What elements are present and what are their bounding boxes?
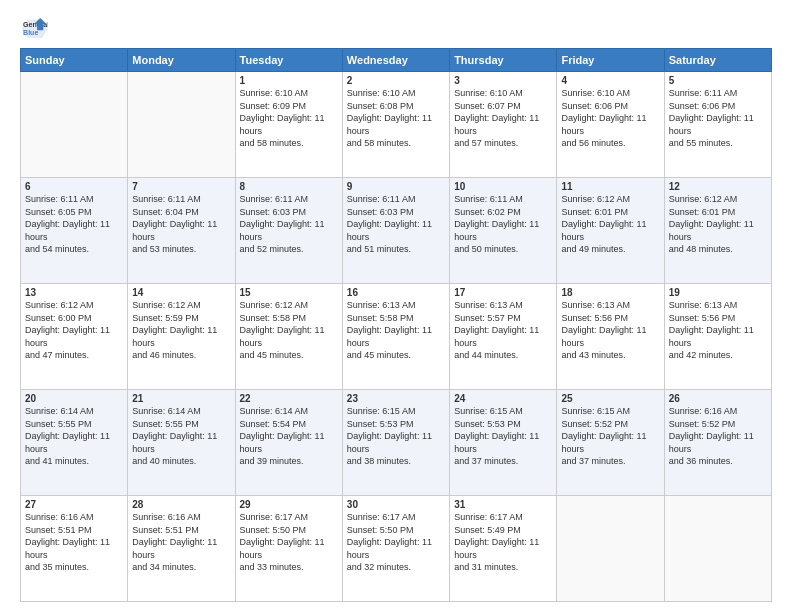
day-number: 31 (454, 499, 552, 510)
day-number: 26 (669, 393, 767, 404)
day-info: Sunrise: 6:10 AMSunset: 6:09 PMDaylight:… (240, 87, 338, 150)
calendar-day-cell: 16Sunrise: 6:13 AMSunset: 5:58 PMDayligh… (342, 284, 449, 390)
day-number: 1 (240, 75, 338, 86)
day-number: 2 (347, 75, 445, 86)
calendar-day-cell: 5Sunrise: 6:11 AMSunset: 6:06 PMDaylight… (664, 72, 771, 178)
calendar-day-cell (557, 496, 664, 602)
calendar-day-cell: 24Sunrise: 6:15 AMSunset: 5:53 PMDayligh… (450, 390, 557, 496)
calendar-day-cell: 20Sunrise: 6:14 AMSunset: 5:55 PMDayligh… (21, 390, 128, 496)
day-info: Sunrise: 6:12 AMSunset: 6:01 PMDaylight:… (561, 193, 659, 256)
day-number: 27 (25, 499, 123, 510)
day-info: Sunrise: 6:16 AMSunset: 5:51 PMDaylight:… (25, 511, 123, 574)
day-info: Sunrise: 6:13 AMSunset: 5:57 PMDaylight:… (454, 299, 552, 362)
calendar-day-cell: 4Sunrise: 6:10 AMSunset: 6:06 PMDaylight… (557, 72, 664, 178)
day-number: 23 (347, 393, 445, 404)
logo: General Blue (20, 16, 52, 40)
calendar-day-cell: 7Sunrise: 6:11 AMSunset: 6:04 PMDaylight… (128, 178, 235, 284)
day-number: 16 (347, 287, 445, 298)
calendar-day-cell: 3Sunrise: 6:10 AMSunset: 6:07 PMDaylight… (450, 72, 557, 178)
calendar-day-cell: 2Sunrise: 6:10 AMSunset: 6:08 PMDaylight… (342, 72, 449, 178)
page: General Blue SundayMondayTuesdayWednesda… (0, 0, 792, 612)
calendar-day-cell: 23Sunrise: 6:15 AMSunset: 5:53 PMDayligh… (342, 390, 449, 496)
day-info: Sunrise: 6:12 AMSunset: 6:01 PMDaylight:… (669, 193, 767, 256)
calendar-day-cell: 9Sunrise: 6:11 AMSunset: 6:03 PMDaylight… (342, 178, 449, 284)
day-number: 11 (561, 181, 659, 192)
day-info: Sunrise: 6:14 AMSunset: 5:55 PMDaylight:… (25, 405, 123, 468)
day-number: 9 (347, 181, 445, 192)
calendar-day-cell: 27Sunrise: 6:16 AMSunset: 5:51 PMDayligh… (21, 496, 128, 602)
day-info: Sunrise: 6:11 AMSunset: 6:02 PMDaylight:… (454, 193, 552, 256)
day-info: Sunrise: 6:17 AMSunset: 5:50 PMDaylight:… (347, 511, 445, 574)
column-header-tuesday: Tuesday (235, 49, 342, 72)
calendar-day-cell: 14Sunrise: 6:12 AMSunset: 5:59 PMDayligh… (128, 284, 235, 390)
calendar-day-cell: 17Sunrise: 6:13 AMSunset: 5:57 PMDayligh… (450, 284, 557, 390)
calendar-day-cell: 13Sunrise: 6:12 AMSunset: 6:00 PMDayligh… (21, 284, 128, 390)
day-info: Sunrise: 6:12 AMSunset: 5:58 PMDaylight:… (240, 299, 338, 362)
day-info: Sunrise: 6:10 AMSunset: 6:06 PMDaylight:… (561, 87, 659, 150)
calendar-day-cell: 22Sunrise: 6:14 AMSunset: 5:54 PMDayligh… (235, 390, 342, 496)
calendar-day-cell: 18Sunrise: 6:13 AMSunset: 5:56 PMDayligh… (557, 284, 664, 390)
column-header-friday: Friday (557, 49, 664, 72)
calendar-day-cell: 12Sunrise: 6:12 AMSunset: 6:01 PMDayligh… (664, 178, 771, 284)
day-info: Sunrise: 6:12 AMSunset: 5:59 PMDaylight:… (132, 299, 230, 362)
day-number: 21 (132, 393, 230, 404)
calendar-day-cell: 25Sunrise: 6:15 AMSunset: 5:52 PMDayligh… (557, 390, 664, 496)
day-number: 18 (561, 287, 659, 298)
day-info: Sunrise: 6:13 AMSunset: 5:58 PMDaylight:… (347, 299, 445, 362)
day-info: Sunrise: 6:17 AMSunset: 5:50 PMDaylight:… (240, 511, 338, 574)
calendar-day-cell (21, 72, 128, 178)
calendar-day-cell: 31Sunrise: 6:17 AMSunset: 5:49 PMDayligh… (450, 496, 557, 602)
day-number: 4 (561, 75, 659, 86)
day-number: 5 (669, 75, 767, 86)
day-number: 29 (240, 499, 338, 510)
column-header-wednesday: Wednesday (342, 49, 449, 72)
day-number: 24 (454, 393, 552, 404)
day-number: 28 (132, 499, 230, 510)
calendar-header-row: SundayMondayTuesdayWednesdayThursdayFrid… (21, 49, 772, 72)
day-info: Sunrise: 6:16 AMSunset: 5:51 PMDaylight:… (132, 511, 230, 574)
day-info: Sunrise: 6:17 AMSunset: 5:49 PMDaylight:… (454, 511, 552, 574)
day-number: 6 (25, 181, 123, 192)
column-header-saturday: Saturday (664, 49, 771, 72)
day-info: Sunrise: 6:13 AMSunset: 5:56 PMDaylight:… (669, 299, 767, 362)
calendar-day-cell: 28Sunrise: 6:16 AMSunset: 5:51 PMDayligh… (128, 496, 235, 602)
day-number: 14 (132, 287, 230, 298)
day-info: Sunrise: 6:15 AMSunset: 5:52 PMDaylight:… (561, 405, 659, 468)
calendar-week-row: 27Sunrise: 6:16 AMSunset: 5:51 PMDayligh… (21, 496, 772, 602)
day-number: 10 (454, 181, 552, 192)
day-info: Sunrise: 6:11 AMSunset: 6:06 PMDaylight:… (669, 87, 767, 150)
calendar-day-cell: 1Sunrise: 6:10 AMSunset: 6:09 PMDaylight… (235, 72, 342, 178)
column-header-monday: Monday (128, 49, 235, 72)
day-info: Sunrise: 6:12 AMSunset: 6:00 PMDaylight:… (25, 299, 123, 362)
day-info: Sunrise: 6:14 AMSunset: 5:55 PMDaylight:… (132, 405, 230, 468)
day-number: 13 (25, 287, 123, 298)
column-header-thursday: Thursday (450, 49, 557, 72)
calendar-day-cell: 10Sunrise: 6:11 AMSunset: 6:02 PMDayligh… (450, 178, 557, 284)
calendar-week-row: 1Sunrise: 6:10 AMSunset: 6:09 PMDaylight… (21, 72, 772, 178)
calendar-day-cell: 29Sunrise: 6:17 AMSunset: 5:50 PMDayligh… (235, 496, 342, 602)
day-info: Sunrise: 6:11 AMSunset: 6:03 PMDaylight:… (347, 193, 445, 256)
day-info: Sunrise: 6:10 AMSunset: 6:08 PMDaylight:… (347, 87, 445, 150)
day-info: Sunrise: 6:11 AMSunset: 6:04 PMDaylight:… (132, 193, 230, 256)
day-number: 3 (454, 75, 552, 86)
calendar-day-cell: 6Sunrise: 6:11 AMSunset: 6:05 PMDaylight… (21, 178, 128, 284)
day-info: Sunrise: 6:15 AMSunset: 5:53 PMDaylight:… (347, 405, 445, 468)
day-number: 22 (240, 393, 338, 404)
day-number: 12 (669, 181, 767, 192)
day-number: 20 (25, 393, 123, 404)
day-info: Sunrise: 6:15 AMSunset: 5:53 PMDaylight:… (454, 405, 552, 468)
day-info: Sunrise: 6:10 AMSunset: 6:07 PMDaylight:… (454, 87, 552, 150)
day-number: 15 (240, 287, 338, 298)
logo-icon: General Blue (20, 16, 48, 40)
calendar-week-row: 13Sunrise: 6:12 AMSunset: 6:00 PMDayligh… (21, 284, 772, 390)
calendar-week-row: 20Sunrise: 6:14 AMSunset: 5:55 PMDayligh… (21, 390, 772, 496)
day-number: 7 (132, 181, 230, 192)
calendar-day-cell: 30Sunrise: 6:17 AMSunset: 5:50 PMDayligh… (342, 496, 449, 602)
header: General Blue (20, 16, 772, 40)
day-info: Sunrise: 6:16 AMSunset: 5:52 PMDaylight:… (669, 405, 767, 468)
day-number: 19 (669, 287, 767, 298)
calendar-week-row: 6Sunrise: 6:11 AMSunset: 6:05 PMDaylight… (21, 178, 772, 284)
day-number: 8 (240, 181, 338, 192)
calendar-day-cell: 21Sunrise: 6:14 AMSunset: 5:55 PMDayligh… (128, 390, 235, 496)
day-number: 30 (347, 499, 445, 510)
